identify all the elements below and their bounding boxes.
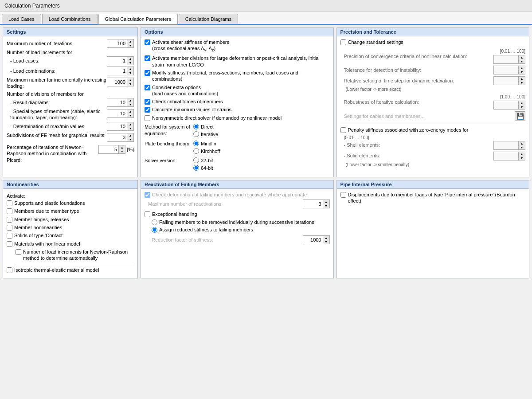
subdivisions-input[interactable] [107, 134, 127, 141]
tab-load-combinations[interactable]: Load Combinations [42, 14, 98, 24]
dynamic-relaxation-up[interactable]: ▲ [519, 77, 525, 81]
max-reactivations-down[interactable]: ▼ [323, 204, 329, 208]
supports-checkbox[interactable] [7, 200, 12, 206]
max-iterations-down[interactable]: ▼ [127, 43, 133, 47]
extra-options-checkbox[interactable] [145, 85, 150, 90]
special-types-down[interactable]: ▼ [127, 113, 133, 117]
hinges-checkbox[interactable] [7, 217, 12, 223]
cables-icon-btn[interactable]: 💾 [515, 111, 525, 121]
solid-input-wrap[interactable]: ▲ ▼ [493, 152, 525, 160]
result-diagrams-spinner[interactable]: ▲ ▼ [107, 98, 134, 107]
dynamic-relaxation-input-wrap[interactable]: ▲ ▼ [493, 76, 525, 85]
max-reactivations-up[interactable]: ▲ [323, 200, 329, 204]
iterative-radio[interactable] [193, 131, 199, 137]
instability-down[interactable]: ▼ [519, 70, 525, 74]
32bit-radio[interactable] [193, 157, 199, 163]
special-types-up[interactable]: ▲ [127, 110, 133, 113]
max-strains-checkbox[interactable] [145, 107, 150, 113]
modify-stiffness-checkbox[interactable] [145, 70, 150, 76]
max-incremental-input[interactable] [107, 79, 127, 85]
instability-input-wrap[interactable]: ▲ ▼ [493, 66, 525, 74]
subdivisions-spinner[interactable]: ▲ ▼ [107, 133, 134, 142]
convergence-up[interactable]: ▲ [519, 55, 525, 59]
member-divisions-checkbox[interactable] [145, 55, 150, 61]
max-min-up[interactable]: ▲ [127, 122, 133, 126]
isotropic-checkbox[interactable] [7, 267, 12, 273]
contact-checkbox[interactable] [7, 233, 12, 239]
instability-input[interactable] [494, 67, 518, 73]
load-combinations-spinner[interactable]: ▲ ▼ [107, 66, 134, 75]
member-nonlin-checkbox[interactable] [7, 225, 12, 231]
load-cases-input[interactable] [107, 58, 127, 64]
solid-up[interactable]: ▲ [519, 152, 525, 156]
load-combinations-down[interactable]: ▼ [127, 71, 133, 75]
max-min-down[interactable]: ▼ [127, 126, 133, 130]
solid-input[interactable] [494, 153, 518, 159]
reduction-factor-input[interactable] [303, 237, 323, 243]
max-incremental-up[interactable]: ▲ [127, 78, 133, 82]
max-reactivations-spinner[interactable]: ▲ ▼ [303, 200, 330, 208]
critical-forces-checkbox[interactable] [145, 99, 150, 105]
tab-load-cases[interactable]: Load Cases [2, 14, 41, 24]
load-combinations-up[interactable]: ▲ [127, 67, 133, 71]
max-iterations-input[interactable] [107, 40, 127, 47]
nonlinear-model-checkbox[interactable] [7, 241, 12, 247]
result-diagrams-up[interactable]: ▲ [127, 98, 133, 102]
load-cases-up[interactable]: ▲ [127, 57, 133, 61]
shell-down[interactable]: ▼ [519, 145, 525, 149]
exceptional-checkbox[interactable] [145, 211, 150, 217]
tab-global-calculation-parameters[interactable]: Global Calculation Parameters [98, 14, 178, 24]
special-types-spinner[interactable]: ▲ ▼ [107, 109, 134, 118]
max-incremental-spinner[interactable]: ▲ ▼ [107, 78, 134, 86]
percentage-spinner[interactable]: ▲ ▼ [98, 145, 125, 154]
newton-raphson-checkbox[interactable] [16, 249, 21, 255]
result-diagrams-down[interactable]: ▼ [127, 102, 133, 106]
solid-down[interactable]: ▼ [519, 156, 525, 160]
pipe-pressure-checkbox[interactable] [340, 192, 346, 198]
reduction-factor-down[interactable]: ▼ [323, 240, 329, 244]
max-reactivations-input[interactable] [303, 201, 323, 207]
robustness-input-wrap[interactable]: ▲ ▼ [493, 101, 525, 110]
robustness-up[interactable]: ▲ [519, 101, 525, 105]
shear-stiffness-checkbox[interactable] [145, 39, 150, 45]
load-cases-down[interactable]: ▼ [127, 61, 133, 65]
max-iterations-spinner[interactable]: ▲ ▼ [107, 39, 134, 48]
special-types-input[interactable] [107, 110, 127, 117]
assign-reduced-radio[interactable] [152, 227, 157, 233]
convergence-input[interactable] [494, 56, 518, 63]
max-incremental-down[interactable]: ▼ [127, 82, 133, 86]
max-min-spinner[interactable]: ▲ ▼ [107, 122, 134, 131]
convergence-input-wrap[interactable]: ▲ ▼ [493, 55, 525, 64]
check-deformation-checkbox[interactable] [145, 192, 150, 198]
load-combinations-input[interactable] [107, 68, 127, 74]
load-cases-spinner[interactable]: ▲ ▼ [107, 56, 134, 65]
percentage-down[interactable]: ▼ [119, 149, 125, 153]
subdivisions-up[interactable]: ▲ [127, 133, 133, 137]
percentage-input[interactable] [99, 146, 118, 153]
shell-input[interactable] [494, 142, 518, 149]
shell-up[interactable]: ▲ [519, 141, 525, 145]
mindlin-radio[interactable] [193, 141, 199, 146]
reduction-factor-spinner[interactable]: ▲ ▼ [303, 235, 330, 244]
max-min-input[interactable] [107, 123, 127, 129]
64bit-radio[interactable] [193, 165, 199, 171]
penalty-checkbox[interactable] [340, 127, 346, 133]
dynamic-relaxation-down[interactable]: ▼ [519, 81, 525, 85]
failing-members-radio[interactable] [152, 219, 157, 225]
percentage-up[interactable]: ▲ [119, 145, 125, 149]
instability-up[interactable]: ▲ [519, 66, 525, 70]
convergence-down[interactable]: ▼ [519, 59, 525, 63]
dynamic-relaxation-input[interactable] [494, 78, 518, 84]
direct-radio[interactable] [193, 124, 199, 129]
reduction-factor-up[interactable]: ▲ [323, 236, 329, 240]
kirchhoff-radio[interactable] [193, 148, 199, 154]
member-type-checkbox[interactable] [7, 208, 12, 214]
tab-calculation-diagrams[interactable]: Calculation Diagrams [179, 14, 239, 24]
change-standard-checkbox[interactable] [340, 39, 346, 45]
robustness-input[interactable] [494, 102, 518, 108]
result-diagrams-input[interactable] [107, 99, 127, 106]
subdivisions-down[interactable]: ▼ [127, 137, 133, 141]
max-iterations-up[interactable]: ▲ [127, 39, 133, 43]
shell-input-wrap[interactable]: ▲ ▼ [493, 141, 525, 150]
nonsymmetric-checkbox[interactable] [145, 115, 150, 121]
